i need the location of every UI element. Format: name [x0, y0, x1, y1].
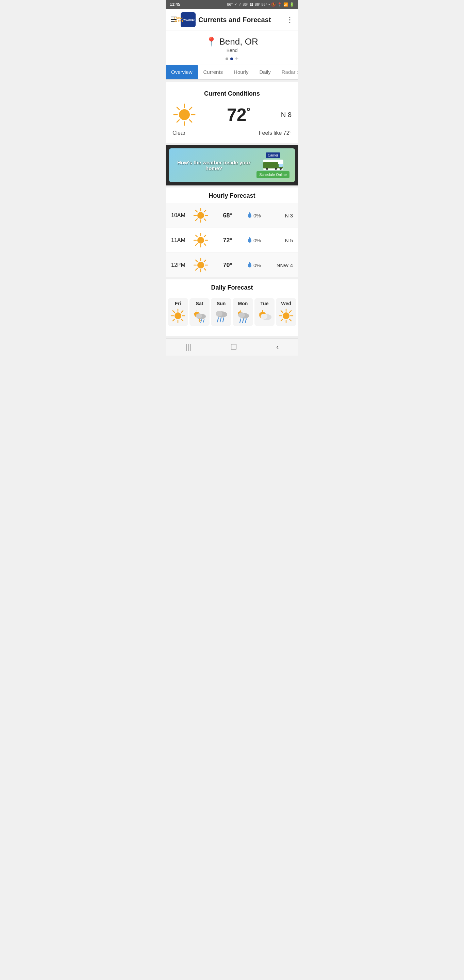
svg-point-60	[216, 311, 222, 317]
nav-tabs: Overview Currents Hourly Daily Radar ›	[166, 65, 298, 80]
location-name: 📍 Bend, OR	[166, 37, 298, 47]
svg-line-48	[181, 319, 183, 321]
daily-cell-sat: Sat	[189, 298, 210, 326]
svg-line-23	[195, 219, 197, 221]
svg-line-22	[204, 210, 206, 212]
daily-day-mon: Mon	[238, 301, 248, 306]
hour-precip-12pm: 0%	[247, 262, 271, 269]
daily-icon-sat	[192, 308, 207, 323]
more-options-icon[interactable]: ⋮	[286, 15, 294, 24]
current-conditions-card: Current Conditions 72° N 8 Clear Feels l…	[166, 82, 298, 143]
daily-icon-tue	[257, 308, 272, 323]
hour-wind-12pm: NNW 4	[274, 262, 293, 268]
current-wind: N 8	[281, 111, 292, 119]
app-logo: LOCAL ALERT WEATHER 21	[181, 12, 195, 27]
app-header: ☰ LOCAL ALERT WEATHER 21 Currents and Fo…	[166, 9, 298, 31]
daily-forecast-title: Daily Forecast	[166, 279, 298, 295]
daily-day-fri: Fri	[175, 301, 181, 306]
current-main: 72° N 8	[172, 101, 292, 129]
add-location-icon[interactable]: +	[235, 56, 239, 62]
hour-temp-12pm: 70°	[211, 262, 243, 269]
header-title: Currents and Forecast	[198, 16, 286, 24]
svg-point-24	[197, 237, 204, 243]
hourly-row-12pm: 12PM 70° 0% NNW 4	[166, 253, 298, 277]
svg-line-61	[218, 318, 218, 322]
svg-line-7	[189, 107, 192, 110]
daily-cell-tue: Tue	[254, 298, 275, 326]
status-bar: 11:45 86° ✓ ✓ 86° 🖼 86° 86° • 🔕 📍 📶 🔋	[166, 0, 298, 9]
svg-point-12	[266, 168, 268, 170]
svg-line-39	[204, 269, 206, 270]
pin-icon: 📍	[206, 37, 217, 47]
daily-day-sat: Sat	[196, 301, 203, 306]
svg-line-83	[289, 311, 291, 312]
svg-line-63	[223, 318, 224, 322]
ad-text: How's the weather inside your home?	[175, 159, 253, 171]
svg-line-84	[281, 319, 283, 321]
svg-line-70	[245, 319, 246, 323]
daily-day-tue: Tue	[261, 301, 269, 306]
tab-radar[interactable]: Radar ›	[276, 65, 298, 80]
svg-line-6	[189, 120, 192, 122]
daily-grid: Fri Sat	[166, 295, 298, 329]
svg-line-32	[195, 243, 197, 245]
hour-precip-10am: 0%	[247, 212, 271, 219]
raindrop-icon	[247, 212, 253, 219]
svg-line-8	[177, 120, 179, 122]
nav-back[interactable]: ‹	[276, 343, 279, 352]
daily-icon-wed	[279, 308, 294, 323]
daily-icon-sun	[214, 308, 229, 323]
location-section: 📍 Bend, OR Bend +	[166, 31, 298, 65]
svg-rect-11	[279, 164, 283, 167]
ad-cta[interactable]: Schedule Online	[256, 171, 289, 178]
svg-line-38	[195, 260, 197, 262]
location-dots: +	[166, 56, 298, 62]
hour-temp-11am: 72°	[211, 237, 243, 244]
daily-cell-mon: Mon	[233, 298, 253, 326]
status-icons: 86° ✓ ✓ 86° 🖼 86° 86° • 🔕 📍 📶 🔋	[227, 2, 294, 7]
daily-cell-sun: Sun	[211, 298, 231, 326]
raindrop-icon-2	[247, 237, 253, 243]
ad-inner: How's the weather inside your home? Carr…	[169, 148, 295, 182]
svg-point-55	[196, 313, 202, 318]
current-bottom: Clear Feels like 72°	[172, 130, 292, 136]
daily-forecast-card: Daily Forecast Fri Sat	[166, 279, 298, 336]
tab-daily[interactable]: Daily	[254, 65, 276, 80]
svg-point-76	[283, 312, 289, 319]
tab-currents[interactable]: Currents	[198, 65, 229, 80]
current-condition-label: Clear	[172, 130, 185, 136]
svg-point-13	[275, 168, 277, 170]
feels-like: Feels like 72°	[259, 130, 292, 136]
svg-line-49	[181, 311, 183, 312]
svg-line-21	[204, 219, 206, 221]
svg-point-15	[197, 212, 204, 219]
svg-line-81	[281, 311, 283, 312]
hour-wind-10am: N 3	[274, 213, 293, 218]
svg-point-0	[179, 109, 190, 120]
ad-logo: Carrier	[266, 153, 280, 158]
svg-line-20	[195, 210, 197, 212]
current-temperature: 72°	[227, 105, 250, 125]
daily-icon-fri	[170, 308, 185, 323]
svg-point-14	[280, 168, 282, 170]
daily-day-sun: Sun	[217, 301, 226, 306]
bottom-nav: ||| ☐ ‹	[166, 338, 298, 356]
daily-icon-mon	[235, 308, 250, 323]
status-time: 11:45	[170, 2, 180, 7]
svg-line-5	[177, 107, 179, 110]
sun-icon	[172, 103, 196, 127]
svg-line-50	[173, 319, 175, 321]
dot-2	[230, 57, 233, 60]
hour-time-10am: 10AM	[171, 212, 190, 218]
nav-home[interactable]: ☐	[230, 343, 237, 352]
nav-recent-apps[interactable]: |||	[185, 343, 191, 352]
hourly-row-10am: 10AM 68° 0% N 3	[166, 203, 298, 228]
svg-line-62	[220, 318, 221, 322]
svg-point-42	[175, 312, 181, 319]
svg-line-58	[203, 320, 204, 323]
tab-hourly[interactable]: Hourly	[228, 65, 254, 80]
svg-point-67	[238, 312, 245, 318]
svg-line-47	[173, 311, 175, 312]
ad-banner[interactable]: How's the weather inside your home? Carr…	[166, 145, 298, 185]
tab-overview[interactable]: Overview	[166, 65, 198, 80]
